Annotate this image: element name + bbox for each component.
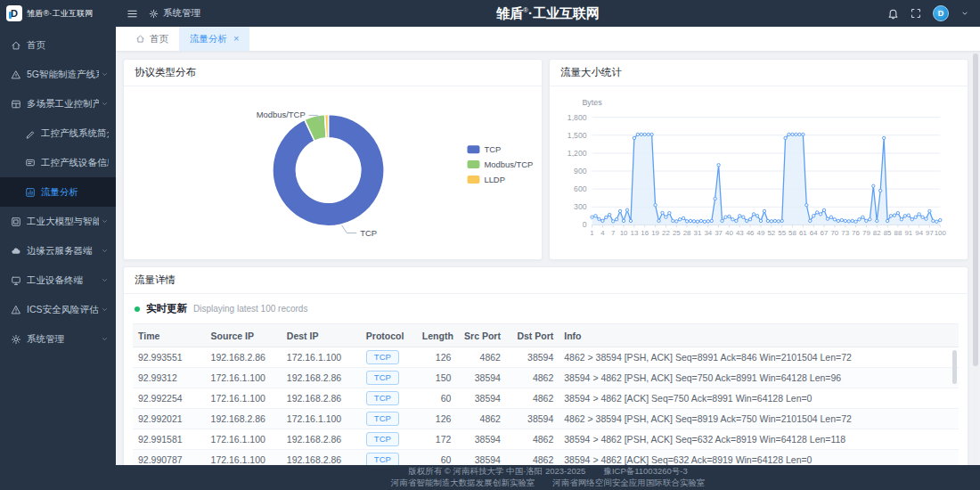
traffic-detail-card: 流量详情 实时更新 Displaying latest 100 records … — [123, 266, 968, 471]
sidebar-item-5-active[interactable]: 流量分析 — [0, 177, 116, 207]
cell: 38594 — [456, 388, 506, 409]
cell: 92.992021 — [133, 409, 206, 429]
svg-text:600: 600 — [574, 184, 587, 193]
table-row-2[interactable]: 92.992254172.16.1.100192.168.2.86TCP6038… — [133, 388, 959, 409]
traffic-table: TimeSource IPDest IPProtocolLengthSrc Po… — [133, 323, 959, 470]
cell: 38594 > 4862 [PSH, ACK] Seq=632 Ack=8919… — [559, 429, 959, 450]
svg-text:0: 0 — [583, 220, 587, 229]
card-title: 流量详情 — [124, 267, 968, 294]
sidebar-item-label: 流量分析 — [41, 186, 78, 199]
cell: 92.991581 — [133, 429, 206, 450]
sidebar-item-9[interactable]: ICS安全风险评估 — [0, 295, 116, 324]
logo-icon: D — [6, 5, 22, 21]
cell: 92.993551 — [133, 347, 206, 368]
svg-text:1,200: 1,200 — [568, 149, 587, 158]
page-title: 雏盾®·工业互联网 — [116, 5, 980, 22]
line-chart: 03006009001,2001,5001,800Bytes1471013161… — [550, 86, 968, 259]
sidebar-item-label: 边缘云服务器端 — [27, 245, 93, 257]
live-status-dot — [135, 306, 140, 312]
fullscreen-icon[interactable] — [911, 8, 921, 19]
sidebar-item-label: 系统管理 — [27, 333, 64, 346]
col-header-protocol: Protocol — [361, 324, 417, 347]
sidebar-item-label: 5G智能制造产线系统 — [27, 69, 99, 81]
app-root: D 雏盾®·工业互联网 首页5G智能制造产线系统多场景工业控制产线系统工控产线系… — [0, 0, 980, 490]
footer-line2: 河南省智能制造大数据发展创新实验室河南省网络空间安全应用国际联合实验室 — [391, 478, 706, 489]
breadcrumb[interactable]: 系统管理 — [149, 7, 200, 20]
cell: 126 — [417, 409, 456, 429]
svg-text:1,500: 1,500 — [568, 131, 587, 140]
tab-1[interactable]: 流量分析× — [179, 27, 249, 51]
svg-text:34: 34 — [704, 229, 712, 237]
legend-item-Modbus/TCP[interactable]: Modbus/TCP — [468, 159, 534, 169]
chevron-down-icon[interactable] — [960, 9, 969, 18]
svg-text:Modbus/TCP: Modbus/TCP — [484, 159, 533, 169]
sidebar-item-label: ICS安全风险评估 — [27, 304, 99, 316]
cell: 192.168.2.86 — [206, 409, 282, 429]
cell: 172.16.1.100 — [206, 388, 282, 409]
sidebar-item-1[interactable]: 5G智能制造产线系统 — [0, 60, 116, 89]
content-scrollbar-thumb[interactable] — [973, 53, 978, 366]
legend-item-TCP[interactable]: TCP — [468, 144, 502, 154]
cell: 172.16.1.100 — [206, 368, 282, 388]
svg-text:76: 76 — [852, 229, 860, 237]
avatar[interactable]: D — [933, 5, 949, 21]
card-title: 协议类型分布 — [124, 60, 542, 86]
tab-bar: 首页流量分析× — [116, 27, 980, 52]
model-icon — [11, 216, 21, 227]
protocol-badge: TCP — [366, 371, 399, 385]
logo[interactable]: D 雏盾®·工业互联网 — [0, 0, 116, 27]
bell-icon[interactable] — [887, 8, 899, 20]
sidebar-item-8[interactable]: 工业设备终端 — [0, 265, 116, 295]
cell: 4862 — [456, 347, 506, 368]
close-icon[interactable]: × — [233, 34, 239, 44]
svg-text:73: 73 — [841, 229, 849, 237]
legend-item-LLDP[interactable]: LLDP — [468, 175, 505, 184]
table-row-1[interactable]: 92.99312172.16.1.100192.168.2.86TCP15038… — [133, 368, 959, 388]
chevron-down-icon — [99, 247, 109, 255]
svg-text:67: 67 — [821, 229, 829, 237]
record-count-note: Displaying latest 100 records — [193, 304, 307, 314]
svg-text:13: 13 — [631, 229, 639, 237]
table-header-row: TimeSource IPDest IPProtocolLengthSrc Po… — [133, 324, 959, 347]
sidebar-item-6[interactable]: 工业大模型与智能检测 — [0, 207, 116, 236]
sidebar-item-3[interactable]: 工控产线系统简介 — [0, 118, 116, 148]
sidebar-item-4[interactable]: 工控产线设备信息 — [0, 148, 116, 177]
svg-text:55: 55 — [778, 229, 786, 237]
table-row-0[interactable]: 92.993551192.168.2.86172.16.1.100TCP1264… — [133, 347, 959, 368]
svg-text:40: 40 — [725, 229, 733, 237]
sidebar-item-0[interactable]: 首页 — [0, 30, 116, 60]
grid-icon — [11, 99, 21, 110]
sidebar-item-label: 工业设备终端 — [27, 274, 83, 287]
chevron-down-icon — [99, 276, 109, 284]
card-title: 流量大小统计 — [550, 60, 968, 86]
col-header-time: Time — [133, 324, 206, 347]
home-icon — [135, 34, 145, 44]
col-header-source-ip: Source IP — [206, 324, 282, 347]
svg-text:16: 16 — [641, 229, 649, 237]
svg-text:31: 31 — [694, 229, 702, 237]
table-row-3[interactable]: 92.992021192.168.2.86172.16.1.100TCP1264… — [133, 409, 959, 429]
cell: 126 — [417, 347, 456, 368]
logo-text: 雏盾®·工业互联网 — [27, 8, 93, 20]
factory-icon — [11, 69, 21, 80]
tab-label: 首页 — [150, 33, 168, 45]
sidebar-item-10[interactable]: 系统管理 — [0, 324, 116, 354]
svg-text:85: 85 — [884, 229, 892, 237]
sidebar-item-label: 多场景工业控制产线系统 — [27, 98, 99, 110]
footer-line1: 版权所有 © 河南科技大学 中国·洛阳 2023-2025豫ICP备110032… — [408, 466, 688, 478]
line-chart-svg: 03006009001,2001,5001,800Bytes1471013161… — [553, 88, 964, 259]
sidebar-item-2[interactable]: 多场景工业控制产线系统 — [0, 89, 116, 118]
cell: 192.168.2.86 — [282, 388, 361, 409]
tab-0[interactable]: 首页 — [125, 27, 179, 51]
svg-text:TCP: TCP — [360, 228, 377, 238]
sidebar-item-7[interactable]: 边缘云服务器端 — [0, 236, 116, 265]
protocol-cell: TCP — [361, 347, 417, 368]
menu-collapse-icon[interactable] — [127, 8, 138, 20]
cell: 172.16.1.100 — [282, 409, 361, 429]
table-scrollbar[interactable] — [952, 350, 957, 384]
charts-row: 协议类型分布 Modbus/TCPTCPTCPModbus/TCPLLDP 流量… — [123, 59, 968, 260]
table-row-4[interactable]: 92.991581172.16.1.100192.168.2.86TCP1723… — [133, 429, 959, 450]
protocol-badge: TCP — [366, 350, 399, 364]
chevron-down-icon — [99, 70, 109, 78]
sidebar: D 雏盾®·工业互联网 首页5G智能制造产线系统多场景工业控制产线系统工控产线系… — [0, 0, 116, 490]
